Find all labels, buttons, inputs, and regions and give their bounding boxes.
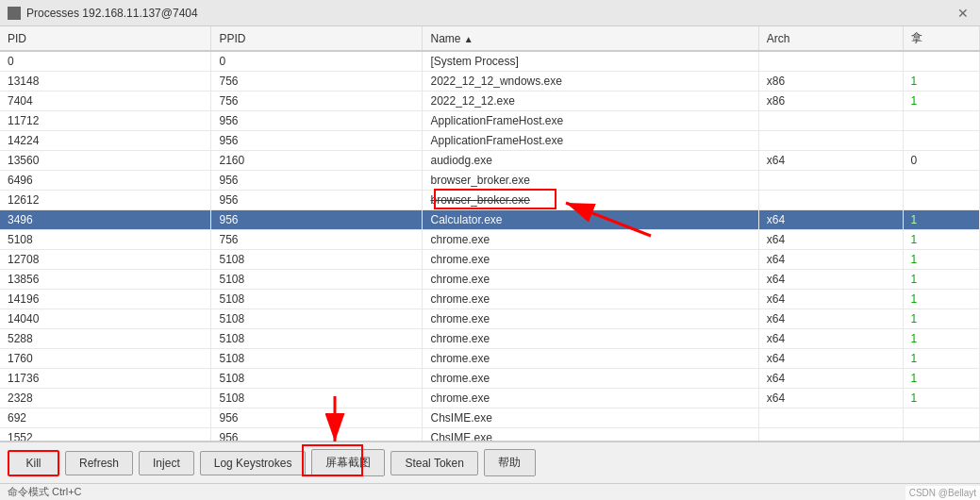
cell-pid: 12708 <box>0 250 211 270</box>
cell-name: Calculator.exe <box>423 210 758 230</box>
cell-ppid: 5108 <box>211 309 423 329</box>
col-header-arch[interactable]: Arch <box>758 26 903 51</box>
cell-ppid: 956 <box>211 408 423 428</box>
cell-ppid: 5108 <box>211 250 423 270</box>
cell-name: chrome.exe <box>423 270 758 290</box>
cell-ppid: 756 <box>211 92 423 111</box>
table-row[interactable]: 3496956Calculator.exex641 <box>0 210 980 230</box>
cell-name: browser_broker.exe <box>423 191 758 210</box>
toolbar: KillRefreshInjectLog Keystrokes屏幕截图Steal… <box>0 442 980 483</box>
main-container: PID PPID Name Arch 拿 00[System Process]1… <box>0 26 980 500</box>
cell-name: chrome.exe <box>423 329 758 349</box>
cell-arch: x64 <box>758 151 903 171</box>
cell-name: chrome.exe <box>423 250 758 270</box>
watermark: CSDN @Bellayt <box>905 486 980 500</box>
cell-arch <box>758 191 903 210</box>
table-row[interactable]: 17605108chrome.exex641 <box>0 349 980 369</box>
cell-pid: 14040 <box>0 309 211 329</box>
cell-extra <box>903 171 979 191</box>
cell-arch: x64 <box>758 210 903 230</box>
cell-arch: x64 <box>758 369 903 389</box>
table-row[interactable]: 127085108chrome.exex641 <box>0 250 980 270</box>
cell-ppid: 0 <box>211 51 423 72</box>
cell-extra: 1 <box>903 230 979 250</box>
cell-ppid: 956 <box>211 191 423 210</box>
table-row[interactable]: 138565108chrome.exex641 <box>0 270 980 290</box>
cell-pid: 1552 <box>0 428 211 442</box>
table-row[interactable]: 117365108chrome.exex641 <box>0 369 980 389</box>
cell-pid: 2328 <box>0 389 211 408</box>
cell-ppid: 5108 <box>211 270 423 290</box>
cell-ppid: 956 <box>211 428 423 442</box>
cell-ppid: 5108 <box>211 349 423 369</box>
cell-pid: 11736 <box>0 369 211 389</box>
cell-name: chrome.exe <box>423 369 758 389</box>
table-row[interactable]: 131487562022_12_12_wndows.exex861 <box>0 72 980 92</box>
table-row[interactable]: 74047562022_12_12.exex861 <box>0 92 980 111</box>
steal-token-button[interactable]: Steal Token <box>390 451 478 475</box>
col-header-extra[interactable]: 拿 <box>903 26 979 51</box>
cell-extra: 0 <box>903 151 979 171</box>
cell-name: [System Process] <box>423 51 758 72</box>
table-row[interactable]: 23285108chrome.exex641 <box>0 389 980 408</box>
cell-name: 2022_12_12_wndows.exe <box>423 72 758 92</box>
cell-pid: 14224 <box>0 131 211 151</box>
cell-arch: x64 <box>758 329 903 349</box>
process-table-wrapper[interactable]: PID PPID Name Arch 拿 00[System Process]1… <box>0 26 980 442</box>
table-row[interactable]: 6496956browser_broker.exe <box>0 171 980 191</box>
table-row[interactable]: 14224956ApplicationFrameHost.exe <box>0 131 980 151</box>
cell-pid: 11712 <box>0 111 211 131</box>
refresh-button[interactable]: Refresh <box>65 451 133 475</box>
table-row[interactable]: 5108756chrome.exex641 <box>0 230 980 250</box>
log-keystrokes-button[interactable]: Log Keystrokes <box>200 451 307 475</box>
cell-extra <box>903 51 979 72</box>
cell-pid: 5288 <box>0 329 211 349</box>
cell-ppid: 5108 <box>211 389 423 408</box>
cell-ppid: 756 <box>211 72 423 92</box>
table-row[interactable]: 12612956browser_broker.exe <box>0 191 980 210</box>
cell-extra: 1 <box>903 389 979 408</box>
status-text: 命令模式 Ctrl+C <box>8 485 82 499</box>
table-row[interactable]: 00[System Process] <box>0 51 980 72</box>
cell-arch: x64 <box>758 250 903 270</box>
table-row[interactable]: 692956ChsIME.exe <box>0 408 980 428</box>
inject-button[interactable]: Inject <box>139 451 194 475</box>
cell-ppid: 956 <box>211 210 423 230</box>
cell-arch <box>758 408 903 428</box>
cell-pid: 3496 <box>0 210 211 230</box>
table-row[interactable]: 11712956ApplicationFrameHost.exe <box>0 111 980 131</box>
cell-extra <box>903 428 979 442</box>
cell-pid: 14196 <box>0 290 211 309</box>
col-header-name[interactable]: Name <box>423 26 758 51</box>
table-row[interactable]: 1552956ChsIME.exe <box>0 428 980 442</box>
cell-name: ChsIME.exe <box>423 408 758 428</box>
table-row[interactable]: 141965108chrome.exex641 <box>0 290 980 309</box>
cell-name: 2022_12_12.exe <box>423 92 758 111</box>
cell-name: chrome.exe <box>423 309 758 329</box>
cell-arch: x86 <box>758 92 903 111</box>
window-title: Processes 192.168.11.137@7404 <box>26 7 954 20</box>
cell-pid: 0 <box>0 51 211 72</box>
cell-name: chrome.exe <box>423 230 758 250</box>
close-button[interactable]: ✕ <box>954 6 972 21</box>
cell-extra: 1 <box>903 349 979 369</box>
cell-arch <box>758 111 903 131</box>
cell-name: browser_broker.exe <box>423 171 758 191</box>
col-header-ppid[interactable]: PPID <box>211 26 423 51</box>
cell-name: chrome.exe <box>423 290 758 309</box>
kill-button[interactable]: Kill <box>8 450 59 476</box>
cell-arch: x64 <box>758 270 903 290</box>
table-row[interactable]: 140405108chrome.exex641 <box>0 309 980 329</box>
cell-extra: 1 <box>903 309 979 329</box>
col-header-pid[interactable]: PID <box>0 26 211 51</box>
cell-ppid: 5108 <box>211 290 423 309</box>
cell-pid: 13856 <box>0 270 211 290</box>
screenshot-button[interactable]: 屏幕截图 <box>311 449 385 476</box>
table-row[interactable]: 52885108chrome.exex641 <box>0 329 980 349</box>
cell-extra <box>903 191 979 210</box>
cell-arch: x64 <box>758 230 903 250</box>
cell-pid: 6496 <box>0 171 211 191</box>
table-header: PID PPID Name Arch 拿 <box>0 26 980 51</box>
help-button[interactable]: 帮助 <box>484 449 536 476</box>
table-row[interactable]: 135602160audiodg.exex640 <box>0 151 980 171</box>
